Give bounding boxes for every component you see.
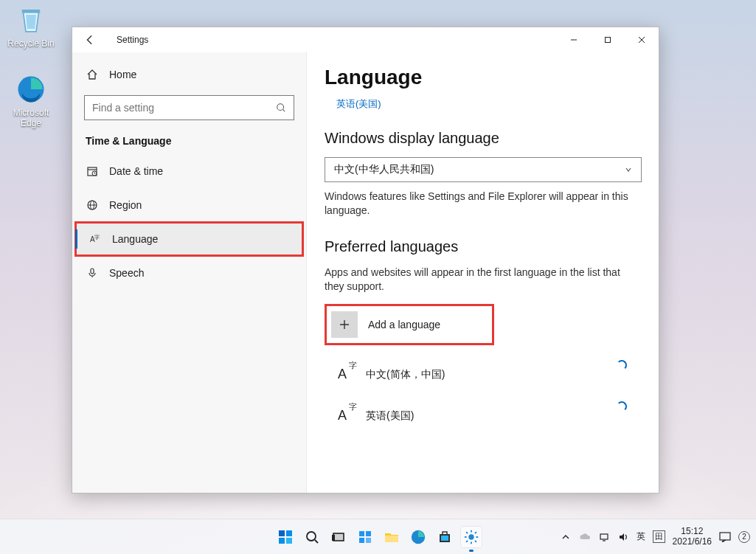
language-glyph-icon: A字 [329,361,356,388]
svg-rect-17 [279,538,285,544]
chevron-down-icon [625,166,632,173]
search-icon [276,103,286,113]
sidebar-item-language[interactable]: A字 Language [75,222,303,256]
add-language-button[interactable]: Add a language [325,304,494,345]
taskbar-date: 2021/6/16 [673,537,712,547]
tray-chevron-icon[interactable] [560,531,572,543]
add-language-label: Add a language [368,319,440,330]
language-item[interactable]: A字 英语(美国) [325,395,634,437]
svg-rect-40 [600,534,608,539]
file-explorer-button[interactable] [381,527,402,547]
search-input[interactable] [92,102,276,114]
taskbar-time: 15:12 [673,527,712,536]
titlebar: Settings [72,27,659,52]
nav-home-label: Home [109,69,136,80]
desktop-icon-recycle-bin[interactable]: Recycle Bin [1,4,60,49]
sidebar-item-label: Speech [109,267,144,279]
window-title: Settings [117,35,148,45]
svg-point-19 [307,532,316,541]
microphone-icon [86,266,99,280]
sidebar-item-label: Language [112,233,158,245]
onedrive-icon[interactable] [579,531,591,543]
desktop-icon-label: Microsoft Edge [1,108,60,128]
svg-text:字: 字 [94,235,100,240]
svg-line-38 [466,540,468,541]
sidebar-item-label: Region [109,199,142,211]
language-icon: A字 [89,232,102,246]
section-display-language: Windows display language [325,130,659,147]
home-icon [86,68,99,81]
preferred-languages-description: Apps and websites will appear in the fir… [325,266,634,294]
svg-rect-21 [333,533,344,541]
svg-rect-30 [441,536,448,541]
sidebar-item-label: Date & time [109,165,163,177]
language-glyph-icon: A字 [329,403,356,429]
svg-line-39 [474,532,476,533]
svg-rect-14 [91,269,94,274]
recycle-bin-icon [15,4,46,35]
settings-taskbar-button[interactable] [461,527,482,547]
svg-rect-27 [385,536,398,542]
network-icon[interactable] [598,531,610,543]
task-view-button[interactable] [328,527,349,547]
svg-rect-15 [279,530,285,536]
svg-rect-42 [720,533,730,540]
nav-home[interactable]: Home [72,60,306,89]
edge-icon [15,74,46,105]
loading-spinner-icon [617,360,627,370]
start-button[interactable] [275,527,296,547]
edge-taskbar-button[interactable] [408,527,429,547]
svg-line-37 [474,540,476,541]
keyboard-language-link[interactable]: 英语(美国) [336,97,381,111]
sidebar-item-date-time[interactable]: Date & time [72,154,306,188]
svg-rect-26 [366,538,371,543]
taskbar-clock[interactable]: 15:12 2021/6/16 [673,527,712,546]
svg-rect-3 [606,38,611,43]
desktop-icon-label: Recycle Bin [1,38,60,49]
globe-icon [86,198,99,212]
svg-line-20 [315,540,318,543]
settings-window: Settings Home Time & Language [72,27,659,494]
svg-line-36 [466,532,468,533]
search-box[interactable] [84,95,294,120]
ime-language[interactable]: 英 [637,530,645,543]
svg-rect-0 [22,10,41,13]
display-language-dropdown[interactable]: 中文(中华人民共和国) [325,157,642,182]
section-preferred-languages: Preferred languages [325,238,659,255]
desktop-icon-edge[interactable]: Microsoft Edge [1,74,60,128]
page-title: Language [325,66,659,89]
svg-line-5 [283,110,285,112]
language-name: 英语(美国) [366,409,414,423]
language-item[interactable]: A字 中文(简体，中国) [325,354,634,395]
volume-icon[interactable] [617,531,629,543]
sidebar-item-region[interactable]: Region [72,188,306,222]
svg-rect-23 [359,531,364,536]
notifications-icon[interactable] [719,531,731,543]
loading-spinner-icon [617,401,627,412]
notification-count[interactable]: 2 [738,531,750,543]
svg-rect-22 [332,535,335,541]
sidebar-section-label: Time & Language [72,131,306,154]
svg-point-4 [277,104,284,111]
close-button[interactable] [625,29,659,51]
widgets-button[interactable] [355,527,375,547]
dropdown-value: 中文(中华人民共和国) [334,163,434,176]
system-tray: 英 田 15:12 2021/6/16 2 [560,527,750,546]
content-pane: Language 英语(美国) Windows display language… [307,52,659,493]
language-name: 中文(简体，中国) [366,368,445,381]
sidebar-item-speech[interactable]: Speech [72,256,306,290]
plus-icon [331,311,358,338]
svg-rect-25 [359,538,364,543]
maximize-button[interactable] [591,29,625,51]
svg-rect-16 [286,530,292,536]
svg-point-31 [468,534,474,539]
minimize-button[interactable] [557,29,591,51]
store-button[interactable] [434,527,455,547]
ime-mode[interactable]: 田 [653,530,665,543]
back-button[interactable] [83,32,97,47]
taskbar-search-button[interactable] [302,527,322,547]
display-language-description: Windows features like Settings and File … [325,190,634,218]
calendar-clock-icon [86,165,99,178]
svg-rect-18 [286,538,292,544]
taskbar: 英 田 15:12 2021/6/16 2 [0,519,756,554]
